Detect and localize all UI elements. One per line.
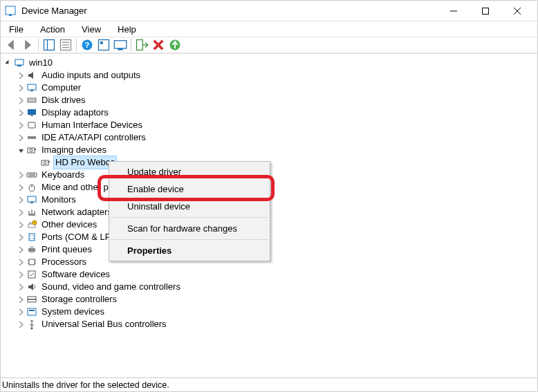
expand-icon[interactable] <box>16 95 26 105</box>
svg-rect-28 <box>30 115 33 116</box>
tree-node[interactable]: !Other devices <box>16 218 536 231</box>
statusbar: Uninstalls the driver for the selected d… <box>1 377 537 391</box>
help-button[interactable]: ? <box>80 37 95 53</box>
ctx-uninstall-device[interactable]: Uninstall device <box>109 198 270 215</box>
tree-node-label: Mice and other po <box>40 181 115 194</box>
menu-action[interactable]: Action <box>35 23 71 36</box>
menu-view[interactable]: View <box>76 23 106 36</box>
ctx-scan-changes[interactable]: Scan for hardware changes <box>109 220 270 237</box>
app-icon <box>5 6 16 17</box>
tree-node[interactable]: Computer <box>16 82 536 94</box>
forward-button[interactable] <box>20 37 35 53</box>
expand-icon[interactable] <box>16 71 26 80</box>
expand-icon[interactable] <box>16 270 26 279</box>
tree-node[interactable]: Imaging devices <box>16 144 536 156</box>
maximize-button[interactable] <box>470 1 501 21</box>
scan-hardware-button[interactable] <box>167 37 183 53</box>
svg-rect-30 <box>28 136 36 139</box>
tree-node[interactable]: Mice and other po <box>16 181 536 194</box>
status-text: Uninstalls the driver for the selected d… <box>2 380 169 390</box>
show-hide-tree-button[interactable] <box>41 37 57 53</box>
svg-rect-44 <box>28 214 35 216</box>
svg-point-35 <box>44 162 46 165</box>
uninstall-device-button[interactable] <box>151 37 166 53</box>
webcam-icon <box>40 157 51 168</box>
tree-node[interactable]: Network adapters <box>16 206 536 218</box>
tree-node[interactable]: Ports (COM & LPT <box>16 231 536 243</box>
ctx-enable-device[interactable]: Enable device <box>109 180 270 198</box>
svg-rect-0 <box>6 6 15 15</box>
tree-node[interactable]: Print queues <box>16 243 536 256</box>
minimize-button[interactable] <box>438 1 470 21</box>
svg-point-55 <box>33 238 33 239</box>
svg-point-32 <box>30 149 33 152</box>
expand-icon[interactable] <box>16 183 26 192</box>
expand-icon[interactable] <box>16 282 26 292</box>
menu-help[interactable]: Help <box>112 23 142 36</box>
enable-device-button[interactable] <box>134 37 149 53</box>
tree-node-label: Audio inputs and outputs <box>40 69 142 82</box>
expand-icon[interactable] <box>16 295 26 304</box>
expand-icon[interactable] <box>16 83 26 93</box>
tree-root-label: win10 <box>28 57 54 69</box>
tree-node[interactable]: Sound, video and game controllers <box>16 281 536 293</box>
tree-node[interactable]: Software devices <box>16 268 536 281</box>
properties-button[interactable] <box>58 37 73 53</box>
back-button[interactable] <box>3 37 19 53</box>
expand-icon[interactable] <box>16 232 26 242</box>
toolbar-separator <box>38 39 39 51</box>
svg-rect-36 <box>48 161 50 162</box>
tree-node[interactable]: Universal Serial Bus controllers <box>16 318 536 330</box>
ctx-properties[interactable]: Properties <box>109 242 270 259</box>
tree-node[interactable]: Processors <box>16 256 536 268</box>
tree-node[interactable]: Monitors <box>16 194 536 206</box>
tree-node[interactable]: IDE ATA/ATAPI controllers <box>16 131 536 144</box>
svg-point-52 <box>30 235 30 236</box>
tree-node[interactable]: Audio inputs and outputs <box>16 69 536 82</box>
svg-rect-25 <box>30 90 33 91</box>
expand-icon[interactable] <box>16 133 26 142</box>
expand-icon[interactable] <box>16 170 26 180</box>
tree-device-row[interactable]: HD Pro Webca <box>30 156 536 169</box>
tree-node[interactable]: Human Interface Devices <box>16 119 536 131</box>
expand-icon[interactable] <box>16 207 26 217</box>
expand-icon[interactable] <box>16 220 26 230</box>
monitor-icon <box>26 194 37 205</box>
close-button[interactable] <box>501 1 533 21</box>
expand-icon[interactable] <box>16 319 26 329</box>
menu-file[interactable]: File <box>3 23 29 36</box>
update-driver-button[interactable] <box>113 37 128 53</box>
expand-icon[interactable] <box>16 108 26 118</box>
tree-node[interactable]: Disk drives <box>16 94 536 106</box>
svg-rect-65 <box>28 297 36 299</box>
tree-node-label: Other devices <box>40 218 98 231</box>
toolbar-separator <box>76 39 77 51</box>
ctx-separator <box>111 217 268 218</box>
ctx-update-driver[interactable]: Update driver <box>109 163 270 180</box>
svg-point-53 <box>33 235 33 236</box>
expand-icon[interactable] <box>16 245 26 254</box>
expand-icon[interactable] <box>16 257 26 267</box>
svg-text:!: ! <box>34 221 35 225</box>
tree-node[interactable]: Storage controllers <box>16 293 536 306</box>
tree-node-label: System devices <box>40 306 106 318</box>
action-center-button[interactable] <box>96 37 111 53</box>
expand-icon[interactable] <box>16 195 26 205</box>
tree-node-label: Keyboards <box>40 169 86 181</box>
tree-node[interactable]: System devices <box>16 306 536 318</box>
tree-node-label: Display adaptors <box>40 106 110 119</box>
disk-icon <box>26 95 37 106</box>
tree-node-label: Software devices <box>40 268 111 281</box>
svg-rect-29 <box>28 122 35 128</box>
expand-icon[interactable] <box>16 120 26 130</box>
tree-node[interactable]: Display adaptors <box>16 106 536 119</box>
collapse-icon[interactable] <box>16 145 26 155</box>
ide-icon <box>26 132 37 143</box>
svg-text:?: ? <box>85 41 90 49</box>
svg-rect-22 <box>15 59 24 65</box>
tree-root-row[interactable]: win10 <box>3 57 536 69</box>
expand-icon[interactable] <box>16 307 26 317</box>
svg-rect-26 <box>28 98 36 102</box>
collapse-icon[interactable] <box>3 58 13 68</box>
tree-node[interactable]: Keyboards <box>16 169 536 181</box>
